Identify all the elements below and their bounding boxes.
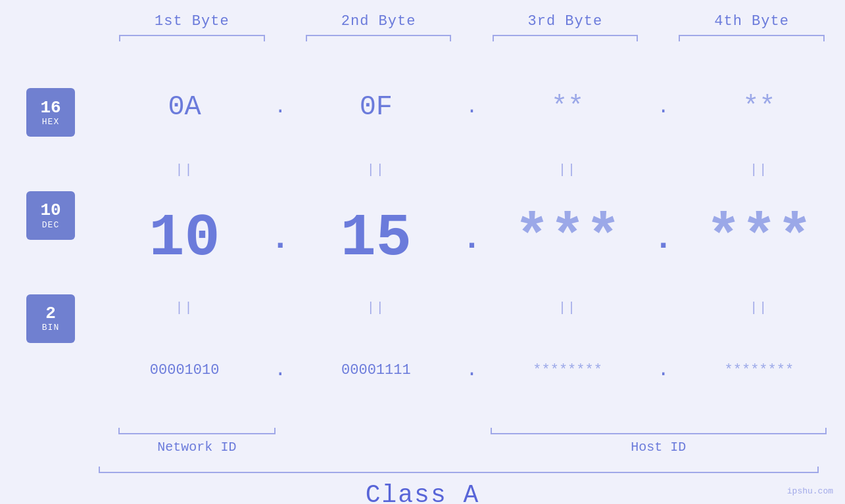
pipe-row-1: || || || || [99, 160, 845, 179]
host-id-label-cell: Host ID [472, 440, 846, 455]
bin-byte1: 00001010 [150, 362, 220, 378]
hex-byte4: ** [742, 91, 775, 123]
bin-badge: 2 BIN [26, 294, 75, 343]
bottom-labels-row: Network ID Host ID [99, 440, 845, 455]
dec-row: 10 . 15 . *** . *** [99, 179, 845, 298]
hex-dot1: . [270, 96, 290, 118]
pipe-row-2: || || || || [99, 298, 845, 317]
bracket-line-2 [306, 35, 451, 41]
bracket-byte1 [99, 35, 285, 41]
hex-row: 0A . 0F . ** . ** [99, 55, 845, 160]
watermark-text: ipshu.com [787, 486, 833, 496]
dec-byte4: *** [706, 205, 812, 272]
pipe2-b3: || [482, 300, 654, 315]
pipe-sym-4: || [750, 162, 768, 177]
bin-byte3: ******** [533, 362, 602, 378]
dec-byte4-cell: *** [673, 205, 845, 272]
bin-byte1-cell: 00001010 [99, 362, 270, 378]
dec-byte2: 15 [341, 205, 412, 272]
dec-dot2: . [462, 220, 482, 258]
watermark: ipshu.com [787, 486, 833, 496]
pipe2-b1: || [99, 300, 270, 315]
main-container: 1st Byte 2nd Byte 3rd Byte 4th Byte [0, 0, 845, 504]
network-id-label-cell: Network ID [99, 440, 295, 455]
bin-byte3-cell: ******** [482, 362, 654, 378]
bin-row: 00001010 . 00001111 . ******** . *******… [99, 317, 845, 423]
byte4-header: 4th Byte [658, 13, 845, 30]
bin-byte2-cell: 00001111 [290, 362, 462, 378]
pipe-sym-8: || [750, 300, 768, 315]
pipe-sym-2: || [367, 162, 385, 177]
full-bracket [99, 467, 819, 473]
hex-byte2-cell: 0F [290, 91, 462, 123]
hex-byte3-cell: ** [482, 91, 654, 123]
spacer-2 [295, 440, 472, 455]
hex-byte3: ** [551, 91, 584, 123]
hex-badge: 16 HEX [26, 88, 75, 137]
bin-byte4: ******** [725, 362, 794, 378]
hex-byte2: 0F [360, 91, 393, 123]
top-brackets [0, 35, 845, 41]
bracket-line-1 [119, 35, 264, 41]
dec-dot3: . [654, 220, 673, 258]
pipe-sym-3: || [558, 162, 577, 177]
bottom-labels-area: Network ID Host ID [99, 428, 845, 455]
pipe2-b4: || [673, 300, 845, 315]
byte3-header: 3rd Byte [472, 13, 659, 30]
class-label: Class A [366, 481, 480, 504]
host-bracket-container [472, 428, 846, 434]
network-id-label: Network ID [157, 440, 236, 455]
hex-dot2: . [462, 96, 482, 118]
byte1-header: 1st Byte [99, 13, 285, 30]
hex-dot3: . [654, 96, 673, 118]
pipe-sym-5: || [176, 300, 194, 315]
dec-byte3: *** [514, 205, 621, 272]
dec-badge: 10 DEC [26, 191, 75, 240]
bin-byte2: 00001111 [341, 362, 411, 378]
network-bracket-container [99, 428, 295, 434]
pipe-sym-7: || [558, 300, 577, 315]
pipe-sym-1: || [176, 162, 194, 177]
pipe1-b2: || [290, 162, 462, 177]
pipe1-b4: || [673, 162, 845, 177]
hex-byte1-cell: 0A [99, 91, 270, 123]
dec-byte3-cell: *** [482, 205, 654, 272]
pipe1-b1: || [99, 162, 270, 177]
bin-dot2: . [462, 359, 482, 381]
byte2-header: 2nd Byte [285, 13, 472, 30]
pipe2-b2: || [290, 300, 462, 315]
dec-byte1: 10 [149, 205, 220, 272]
pipe-sym-6: || [367, 300, 385, 315]
bracket-byte3 [472, 35, 659, 41]
hex-byte4-cell: ** [673, 91, 845, 123]
bin-byte4-cell: ******** [673, 362, 845, 378]
rows-area: 0A . 0F . ** . ** || [99, 48, 845, 455]
class-label-row: Class A [0, 481, 845, 504]
network-id-bracket [118, 428, 276, 434]
bracket-line-3 [493, 35, 638, 41]
bottom-brackets-row [99, 428, 845, 434]
main-content: 16 HEX 10 DEC 2 BIN 0A . 0F [0, 48, 845, 455]
bracket-byte4 [658, 35, 845, 41]
bracket-line-4 [679, 35, 824, 41]
bracket-byte2 [285, 35, 472, 41]
hex-byte1: 0A [168, 91, 201, 123]
bin-dot1: . [270, 359, 290, 381]
host-id-bracket [491, 428, 827, 434]
full-bracket-row [0, 467, 845, 473]
pipe1-b3: || [482, 162, 654, 177]
byte-headers: 1st Byte 2nd Byte 3rd Byte 4th Byte [0, 0, 845, 30]
badges-column: 16 HEX 10 DEC 2 BIN [26, 48, 99, 370]
dec-byte2-cell: 15 [290, 205, 462, 272]
host-id-label: Host ID [631, 440, 686, 455]
dec-byte1-cell: 10 [99, 205, 270, 272]
bin-dot3: . [654, 359, 673, 381]
dec-dot1: . [270, 220, 290, 258]
